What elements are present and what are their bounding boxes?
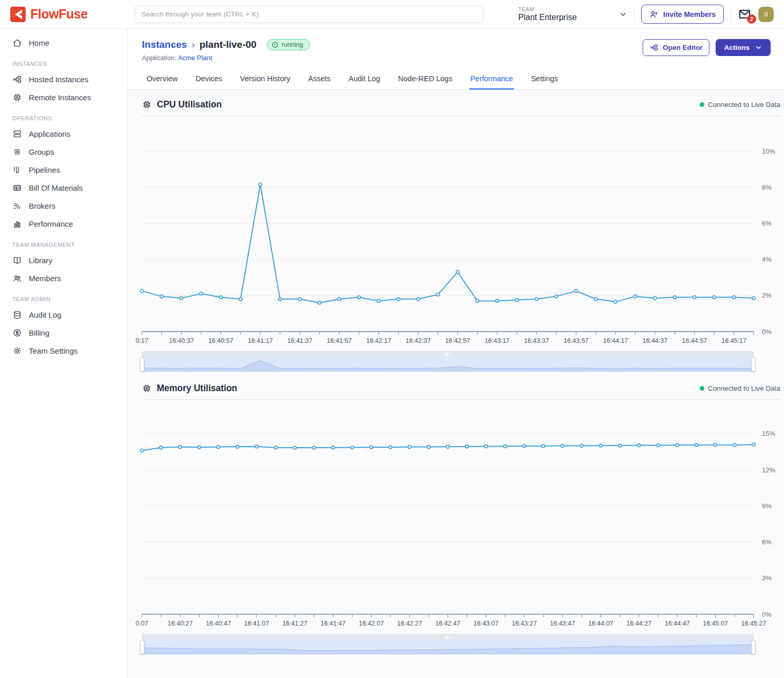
cpu-section-title: CPU Utilisation <box>157 99 222 110</box>
sidebar-item-brokers[interactable]: Brokers <box>0 197 127 215</box>
team-settings-icon <box>12 346 22 356</box>
svg-text:4%: 4% <box>762 255 772 263</box>
cpu-chart-navigator[interactable] <box>142 351 754 372</box>
invite-members-button[interactable]: Invite Members <box>641 5 724 24</box>
svg-text:16:40:27: 16:40:27 <box>168 620 193 627</box>
team-selector[interactable]: TEAM: Plant Enterprise <box>518 6 627 23</box>
team-name: Plant Enterprise <box>518 12 577 22</box>
navigator-strip[interactable] <box>142 351 754 358</box>
sidebar-item-hosted-instances[interactable]: Hosted Instances <box>0 70 127 88</box>
open-editor-label: Open Editor <box>663 44 702 51</box>
navigator-handle-right[interactable] <box>751 640 756 654</box>
sidebar-item-bill-of-materials[interactable]: Bill Of Materials <box>0 179 127 197</box>
navigator-handle-left[interactable] <box>140 357 144 372</box>
sidebar-item-home[interactable]: Home <box>0 34 127 52</box>
cpu-live-status: Connected to Live Data <box>700 101 780 108</box>
svg-text:16:43:17: 16:43:17 <box>485 337 510 344</box>
memory-section-header: Memory Utilisation Connected to Live Dat… <box>142 380 780 400</box>
svg-text:12%: 12% <box>762 466 775 474</box>
search-input[interactable] <box>135 6 483 23</box>
sidebar-item-groups[interactable]: Groups <box>0 143 127 161</box>
groups-icon <box>12 147 22 157</box>
navigator-handle-right[interactable] <box>751 357 756 372</box>
sidebar-item-pipelines[interactable]: Pipelines <box>0 161 127 179</box>
memory-chart: 15%12%9%6%3%0%0:0716:40:2716:40:4716:41:… <box>142 406 784 630</box>
breadcrumb-instances-link[interactable]: Instances <box>142 39 187 50</box>
svg-text:16:43:47: 16:43:47 <box>550 620 575 627</box>
cpu-section-header: CPU Utilisation Connected to Live Data <box>142 96 780 116</box>
tab-performance[interactable]: Performance <box>469 70 514 89</box>
svg-text:16:45:17: 16:45:17 <box>721 337 746 344</box>
sidebar-item-label: Billing <box>29 328 49 337</box>
sidebar-item-label: Performance <box>29 219 73 228</box>
drag-grip-icon[interactable] <box>445 353 450 356</box>
actions-button[interactable]: Actions <box>716 39 771 56</box>
tab-audit-log[interactable]: Audit Log <box>348 70 381 89</box>
svg-text:8%: 8% <box>762 184 772 191</box>
bill-of-materials-icon <box>12 183 22 193</box>
brand-text: FlowFuse <box>30 7 87 22</box>
open-editor-button[interactable]: Open Editor <box>643 39 709 56</box>
user-plus-icon <box>649 10 659 19</box>
pipelines-icon <box>12 165 22 175</box>
tab-node-red-logs[interactable]: Node-RED Logs <box>397 70 453 89</box>
drag-grip-icon[interactable] <box>445 635 450 639</box>
svg-text:16:42:47: 16:42:47 <box>435 620 461 627</box>
sidebar-item-members[interactable]: Members <box>0 269 127 287</box>
sidebar-item-audit-log[interactable]: Audit Log <box>0 306 127 324</box>
flowfuse-logo-icon <box>10 7 26 22</box>
navigator-strip[interactable] <box>142 634 754 640</box>
sidebar-item-applications[interactable]: Applications <box>0 125 127 143</box>
svg-text:16:45:27: 16:45:27 <box>741 620 767 627</box>
invite-members-label: Invite Members <box>663 10 716 19</box>
notifications-button[interactable]: 2 <box>738 7 752 21</box>
chart-canvas: 15%12%9%6%3%0%0:0716:40:2716:40:4716:41:… <box>142 406 780 630</box>
performance-content: CPU Utilisation Connected to Live Data 1… <box>127 90 784 678</box>
team-label: TEAM: <box>518 6 577 13</box>
sidebar-item-label: Pipelines <box>29 166 60 174</box>
sidebar-section-instances: INSTANCES <box>0 52 127 70</box>
navigator-handle-left[interactable] <box>140 640 144 654</box>
svg-text:6%: 6% <box>762 538 772 546</box>
library-icon <box>12 255 22 265</box>
svg-text:16:44:07: 16:44:07 <box>588 620 613 627</box>
sidebar-item-billing[interactable]: Billing <box>0 324 127 342</box>
application-link[interactable]: Acme Plant <box>178 54 212 62</box>
sidebar-section-team-admin: TEAM ADMIN <box>0 287 127 306</box>
home-icon <box>12 38 22 48</box>
svg-text:2%: 2% <box>762 291 772 299</box>
svg-text:16:42:17: 16:42:17 <box>366 337 391 344</box>
navigator-area[interactable] <box>142 358 754 372</box>
svg-text:16:43:57: 16:43:57 <box>563 337 589 344</box>
tab-version-history[interactable]: Version History <box>239 70 291 89</box>
sidebar-item-remote-instances[interactable]: Remote Instances <box>0 88 127 106</box>
svg-text:16:41:17: 16:41:17 <box>248 337 273 344</box>
tab-devices[interactable]: Devices <box>194 70 223 89</box>
svg-text:15%: 15% <box>762 430 775 437</box>
notification-count-badge: 2 <box>747 14 756 24</box>
chevron-down-icon <box>619 10 627 19</box>
sidebar-item-team-settings[interactable]: Team Settings <box>0 342 127 360</box>
svg-text:16:41:57: 16:41:57 <box>327 337 352 344</box>
instance-name: plant-live-00 <box>199 39 257 50</box>
svg-text:16:43:37: 16:43:37 <box>524 337 549 344</box>
tab-assets[interactable]: Assets <box>307 70 332 89</box>
chart-canvas: 10%8%6%4%2%0%0:1716:40:3716:40:5716:41:1… <box>142 122 780 347</box>
cpu-chip-icon <box>142 100 152 109</box>
svg-text:16:43:27: 16:43:27 <box>512 620 537 627</box>
user-avatar[interactable]: fl <box>758 7 774 22</box>
svg-text:10%: 10% <box>762 148 775 155</box>
cpu-chart: 10%8%6%4%2%0%0:1716:40:3716:40:5716:41:1… <box>142 122 784 347</box>
tab-overview[interactable]: Overview <box>145 70 178 89</box>
svg-text:16:40:37: 16:40:37 <box>169 337 194 344</box>
svg-text:16:44:47: 16:44:47 <box>665 620 690 627</box>
navigator-area[interactable] <box>142 640 754 654</box>
sidebar-item-performance[interactable]: Performance <box>0 215 127 233</box>
sidebar-item-library[interactable]: Library <box>0 251 127 269</box>
tab-settings[interactable]: Settings <box>530 70 559 89</box>
memory-chip-icon <box>142 383 152 393</box>
memory-chart-navigator[interactable] <box>142 634 754 654</box>
flowfuse-logo[interactable]: FlowFuse <box>0 7 127 22</box>
play-circle-icon <box>271 41 279 48</box>
sidebar-item-label: Hosted Instances <box>29 75 88 84</box>
